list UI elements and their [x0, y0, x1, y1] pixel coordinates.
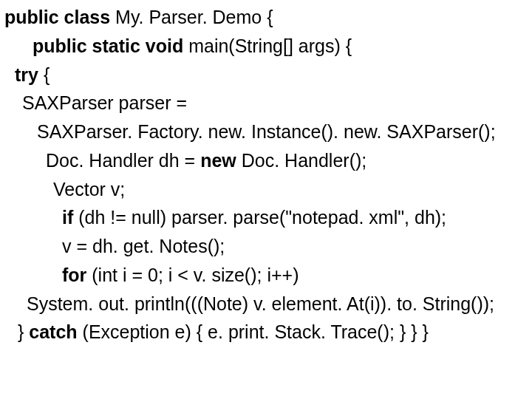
- keyword-for: for: [62, 265, 92, 285]
- code-line-4: SAXParser parser =: [4, 89, 528, 117]
- code-line-10: for (int i = 0; i < v. size(); i++): [4, 261, 528, 290]
- code-line-12: } catch (Exception e) { e. print. Stack.…: [4, 318, 528, 347]
- text-brace: {: [44, 64, 50, 85]
- code-line-5: SAXParser. Factory. new. Instance(). new…: [4, 117, 528, 146]
- keyword-if: if: [62, 207, 78, 228]
- code-line-6: Doc. Handler dh = new Doc. Handler();: [4, 146, 528, 175]
- code-line-3: try {: [4, 61, 528, 89]
- code-block: public class My. Parser. Demo { public s…: [4, 3, 528, 347]
- text-catch-a: }: [18, 321, 29, 342]
- text-if-body: (dh != null) parser. parse("notepad. xml…: [78, 207, 446, 228]
- text-catch-b: (Exception e) { e. print. Stack. Trace()…: [83, 321, 429, 342]
- keyword-try: try: [15, 64, 44, 85]
- code-line-9: v = dh. get. Notes();: [4, 232, 528, 261]
- keyword-catch: catch: [29, 321, 82, 342]
- text-main-sig: main(String[] args) {: [188, 35, 352, 56]
- text-vector: Vector v;: [53, 179, 125, 200]
- text-parser-factory: SAXParser. Factory. new. Instance(). new…: [37, 121, 496, 142]
- code-line-2: public static void main(String[] args) {: [4, 32, 528, 61]
- code-line-11: System. out. println(((Note) v. element.…: [4, 290, 528, 318]
- text-dochandler-a: Doc. Handler dh =: [46, 150, 200, 171]
- text-classname: My. Parser. Demo {: [115, 7, 273, 27]
- text-getnotes: v = dh. get. Notes();: [62, 236, 225, 256]
- code-line-8: if (dh != null) parser. parse("notepad. …: [4, 203, 528, 232]
- code-line-7: Vector v;: [4, 175, 528, 204]
- text-dochandler-b: Doc. Handler();: [242, 150, 367, 171]
- text-for-body: (int i = 0; i < v. size(); i++): [92, 265, 299, 285]
- text-parser-decl: SAXParser parser =: [22, 92, 187, 113]
- keyword-public-class: public class: [4, 7, 115, 27]
- code-line-1: public class My. Parser. Demo {: [4, 3, 528, 32]
- text-println: System. out. println(((Note) v. element.…: [27, 293, 494, 314]
- keyword-public-static-void: public static void: [33, 35, 188, 56]
- keyword-new: new: [200, 150, 242, 171]
